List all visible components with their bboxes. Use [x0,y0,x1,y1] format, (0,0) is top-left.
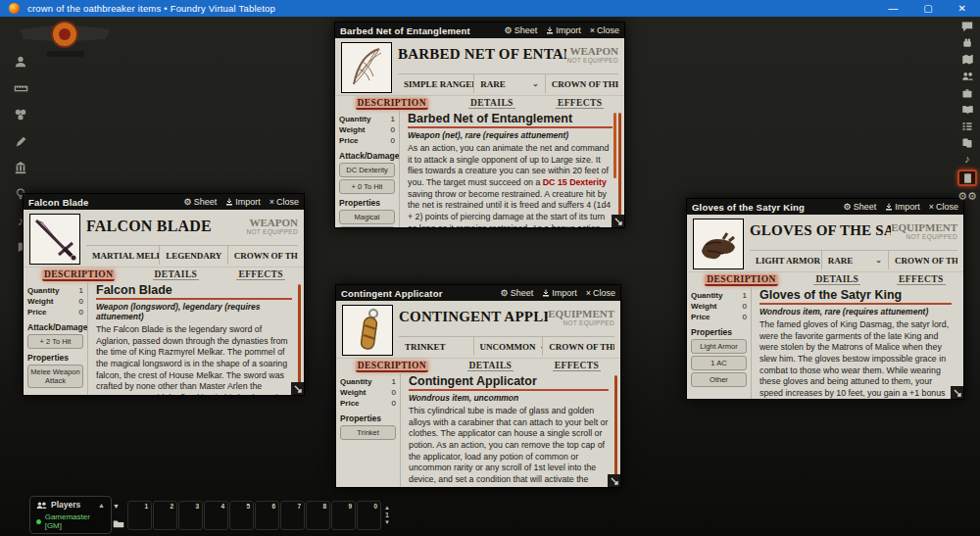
tab-description[interactable]: Description [356,361,428,372]
window-header[interactable]: Contingent Applicator ⚙Sheet Import ×Clo… [336,285,620,301]
import-button[interactable]: Import [546,25,581,35]
source-field[interactable]: Crown of the Oathbrea [543,337,614,356]
ruler-icon[interactable] [8,80,33,96]
description-panel[interactable]: Contingent Applicator Wondrous item, unc… [401,373,620,487]
property-button[interactable]: Other [691,372,747,387]
property-button[interactable]: Light Armor [691,339,747,354]
playlists-icon[interactable]: ♪ [957,153,977,166]
item-image[interactable] [341,42,392,93]
item-name[interactable]: Gloves of the Satyr King [750,219,891,239]
sheet-config-button[interactable]: ⚙Sheet [501,288,534,298]
property-button[interactable]: Trinket [340,425,396,440]
window-header[interactable]: Barbed Net of Entanglement ⚙Sheet Import… [335,23,624,38]
scrollbar-track[interactable] [614,375,617,485]
macro-folder-icon[interactable] [113,518,124,528]
tab-effects[interactable]: Effects [897,274,946,285]
macro-slot[interactable]: 0 [357,501,381,530]
weapon-type-field[interactable]: Simple Ranged [398,74,474,93]
import-button[interactable]: Import [542,288,577,298]
hotbar-page-down-icon[interactable]: ▼ [384,519,390,526]
item-name[interactable]: Barbed Net of Entanglement [398,42,566,63]
tab-details[interactable]: Details [468,98,515,109]
tab-details[interactable]: Details [813,274,860,285]
tab-effects[interactable]: Effects [556,98,605,109]
rarity-select[interactable]: Legendary⌄ [160,246,228,265]
window-header[interactable]: Gloves of the Satyr King ⚙Sheet Import ×… [687,199,963,215]
item-name[interactable]: Contingent Applicator [399,305,548,325]
scrollbar-thumb[interactable] [613,113,616,178]
weapon-type-field[interactable]: Martial Melee [86,246,160,265]
walls-icon[interactable] [8,160,33,175]
macro-slot[interactable]: 2 [153,501,177,530]
chat-icon[interactable] [957,20,977,32]
close-window-button[interactable]: ×Close [590,25,619,35]
sheet-config-button[interactable]: ⚙Sheet [505,25,538,35]
tab-effects[interactable]: Effects [236,269,285,280]
import-button[interactable]: Import [225,197,261,207]
macro-slot[interactable]: 7 [280,501,305,530]
items-icon[interactable] [957,86,977,99]
equipment-type-field[interactable]: Trinket [399,337,474,356]
property-button[interactable]: + 0 To Hit [339,179,395,194]
sheet-config-button[interactable]: ⚙Sheet [184,197,218,207]
rarity-select[interactable]: Uncommon⌄ [474,337,544,356]
property-button[interactable]: Special [339,226,395,227]
macro-slot[interactable]: 5 [229,501,254,530]
description-panel[interactable]: Barbed Net of Entanglement Weapon (net),… [400,111,624,227]
drawings-icon[interactable] [8,133,33,149]
scenes-icon[interactable] [957,53,977,66]
rarity-select[interactable]: Rare⌄ [822,251,889,269]
macro-slot[interactable]: 4 [204,501,228,530]
sheet-config-button[interactable]: ⚙Sheet [844,202,877,212]
cards-icon[interactable] [957,136,977,149]
macro-slot[interactable]: 8 [306,501,330,530]
source-field[interactable]: Crown of the Oatbreak [546,74,618,93]
property-button[interactable]: Melee Weapon Attack [27,365,83,388]
item-image[interactable] [693,219,744,269]
close-window-button[interactable]: ×Close [586,288,615,298]
tab-description[interactable]: Description [356,98,428,110]
item-name[interactable]: Falcon Blade [86,214,246,235]
macro-slot[interactable]: 1 [127,501,152,530]
import-button[interactable]: Import [885,202,920,212]
tab-details[interactable]: Details [467,361,514,371]
resize-handle[interactable] [951,386,963,399]
equipment-type-field[interactable]: Light Armor [750,251,822,269]
property-button[interactable]: DC Dexterity [339,163,395,177]
journal-icon[interactable] [957,103,977,116]
property-button[interactable]: Magical [339,210,395,224]
source-field[interactable]: Crown of the Oathbrea [228,246,298,265]
hotbar-collapse-icon[interactable]: ▼ [113,503,124,510]
property-button[interactable]: 1 AC [691,356,747,370]
combat-icon[interactable] [957,36,977,49]
macro-slot[interactable]: 3 [178,501,203,530]
resize-handle[interactable] [608,474,620,487]
resize-handle[interactable] [612,215,624,227]
item-image[interactable] [342,305,393,356]
token-icon[interactable] [8,54,33,70]
macro-slot[interactable]: 9 [331,501,356,530]
resize-handle[interactable] [291,382,304,395]
property-button[interactable]: + 2 To Hit [27,334,83,349]
players-panel[interactable]: Players ▲ Gamemaster [GM] [29,496,112,534]
minimize-button[interactable]: — [888,3,898,14]
close-button[interactable]: ✕ [958,3,966,14]
tiles-icon[interactable] [8,107,33,122]
maximize-button[interactable]: ▢ [923,3,932,14]
description-panel[interactable]: Falcon Blade Weapon (longsword), legenda… [88,282,304,395]
chevron-up-icon[interactable]: ▲ [98,502,105,509]
actors-icon[interactable] [957,70,977,82]
close-window-button[interactable]: ×Close [270,197,299,207]
tab-description[interactable]: Description [705,274,777,286]
tab-effects[interactable]: Effects [553,361,602,371]
tab-description[interactable]: Description [42,269,115,281]
scrollbar-track[interactable] [618,113,621,225]
tables-icon[interactable] [957,120,977,132]
source-field[interactable]: Crown of the Oathbrea [889,251,957,269]
macro-slot[interactable]: 6 [255,501,279,530]
settings-icon[interactable]: ⚙⚙ [957,190,977,203]
close-window-button[interactable]: ×Close [929,202,958,212]
item-image[interactable] [29,214,80,265]
tab-details[interactable]: Details [153,269,200,280]
scrollbar-track[interactable] [298,284,301,393]
